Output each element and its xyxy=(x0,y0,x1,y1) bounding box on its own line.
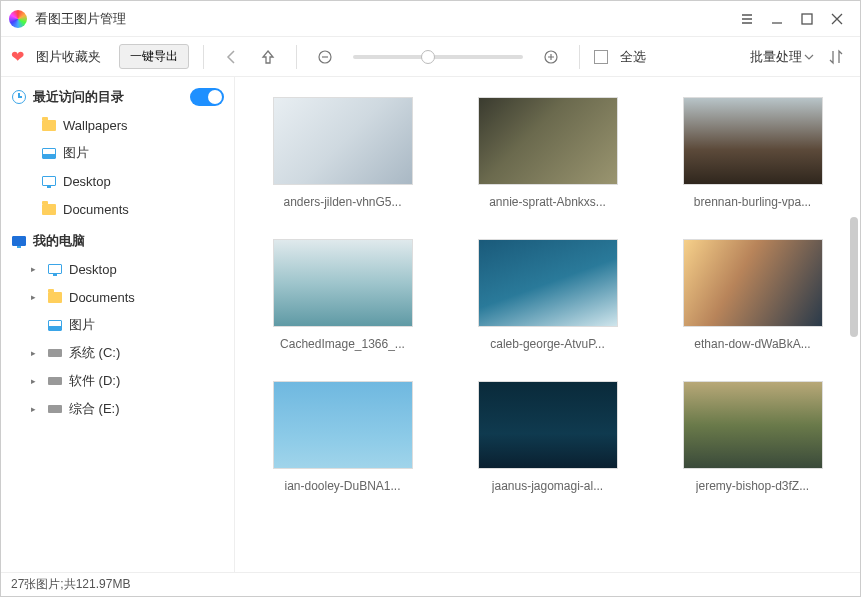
sidebar-item[interactable]: ▸系统 (C:) xyxy=(1,339,234,367)
divider xyxy=(579,45,580,69)
sidebar-item[interactable]: Documents xyxy=(1,195,234,223)
thumbnail-item[interactable]: caleb-george-AtvuP... xyxy=(460,239,635,351)
thumbnail-item[interactable]: ethan-dow-dWaBkA... xyxy=(665,239,840,351)
content-area: anders-jilden-vhnG5...annie-spratt-Abnkx… xyxy=(235,77,860,572)
sidebar: 最近访问的目录 Wallpapers图片DesktopDocuments 我的电… xyxy=(1,77,235,572)
divider xyxy=(203,45,204,69)
monitor-icon xyxy=(47,261,63,277)
batch-process-button[interactable]: 批量处理 xyxy=(750,48,814,66)
thumbnail-image xyxy=(683,381,823,469)
recent-toggle[interactable] xyxy=(190,88,224,106)
monitor-icon xyxy=(11,233,27,249)
sidebar-item-label: 系统 (C:) xyxy=(69,344,120,362)
sidebar-item[interactable]: ▸Desktop xyxy=(1,255,234,283)
thumbnail-image xyxy=(273,239,413,327)
maximize-button[interactable] xyxy=(792,4,822,34)
sidebar-item-label: 图片 xyxy=(69,316,95,334)
sidebar-item-label: Desktop xyxy=(69,262,117,277)
thumbnail-item[interactable]: jaanus-jagomagi-al... xyxy=(460,381,635,493)
mypc-header-label: 我的电脑 xyxy=(33,232,85,250)
sidebar-item-label: Documents xyxy=(63,202,129,217)
picture-icon xyxy=(47,317,63,333)
sidebar-item[interactable]: Wallpapers xyxy=(1,111,234,139)
heart-icon: ❤ xyxy=(11,47,24,66)
thumbnail-label: jaanus-jagomagi-al... xyxy=(492,479,603,493)
thumbnail-image xyxy=(273,97,413,185)
divider xyxy=(296,45,297,69)
thumbnail-image xyxy=(683,239,823,327)
thumbnail-item[interactable]: brennan-burling-vpa... xyxy=(665,97,840,209)
thumbnail-image xyxy=(478,381,618,469)
statusbar: 27张图片;共121.97MB xyxy=(1,572,860,596)
drive-icon xyxy=(47,345,63,361)
thumbnail-label: CachedImage_1366_... xyxy=(280,337,405,351)
thumbnail-item[interactable]: CachedImage_1366_... xyxy=(255,239,430,351)
thumbnail-item[interactable]: anders-jilden-vhnG5... xyxy=(255,97,430,209)
sidebar-item-label: Wallpapers xyxy=(63,118,128,133)
thumbnail-grid: anders-jilden-vhnG5...annie-spratt-Abnkx… xyxy=(255,97,840,493)
expand-icon[interactable]: ▸ xyxy=(31,264,41,274)
monitor-icon xyxy=(41,173,57,189)
sidebar-item[interactable]: ▸综合 (E:) xyxy=(1,395,234,423)
folder-icon xyxy=(41,117,57,133)
thumbnail-item[interactable]: ian-dooley-DuBNA1... xyxy=(255,381,430,493)
thumbnail-item[interactable]: jeremy-bishop-d3fZ... xyxy=(665,381,840,493)
thumbnail-item[interactable]: annie-spratt-Abnkxs... xyxy=(460,97,635,209)
expand-icon[interactable]: ▸ xyxy=(31,376,41,386)
sidebar-item[interactable]: ▸Documents xyxy=(1,283,234,311)
toolbar: ❤ 图片收藏夹 一键导出 全选 批量处理 xyxy=(1,37,860,77)
sidebar-item-label: 图片 xyxy=(63,144,89,162)
export-button[interactable]: 一键导出 xyxy=(119,44,189,69)
sidebar-item-label: 综合 (E:) xyxy=(69,400,120,418)
thumbnail-image xyxy=(273,381,413,469)
zoom-thumb[interactable] xyxy=(421,50,435,64)
svg-rect-0 xyxy=(802,14,812,24)
window-title: 看图王图片管理 xyxy=(35,10,126,28)
thumbnail-label: brennan-burling-vpa... xyxy=(694,195,811,209)
sidebar-item-label: Desktop xyxy=(63,174,111,189)
sidebar-recent-header[interactable]: 最近访问的目录 xyxy=(1,83,234,111)
close-button[interactable] xyxy=(822,4,852,34)
sidebar-item[interactable]: 图片 xyxy=(1,139,234,167)
app-icon xyxy=(9,10,27,28)
thumbnail-label: ethan-dow-dWaBkA... xyxy=(694,337,810,351)
status-text: 27张图片;共121.97MB xyxy=(11,576,130,593)
thumbnail-image xyxy=(478,97,618,185)
expand-icon[interactable]: ▸ xyxy=(31,348,41,358)
zoom-out-button[interactable] xyxy=(311,43,339,71)
sidebar-item[interactable]: 图片 xyxy=(1,311,234,339)
select-all-checkbox[interactable] xyxy=(594,50,608,64)
sidebar-mypc-header[interactable]: 我的电脑 xyxy=(1,227,234,255)
sort-button[interactable] xyxy=(822,43,850,71)
chevron-down-icon xyxy=(804,52,814,62)
app-window: 看图王图片管理 ❤ 图片收藏夹 一键导出 全选 批量处理 xyxy=(0,0,861,597)
batch-label: 批量处理 xyxy=(750,48,802,66)
up-button[interactable] xyxy=(254,43,282,71)
picture-icon xyxy=(41,145,57,161)
scrollbar-thumb[interactable] xyxy=(850,217,858,337)
favorites-label[interactable]: 图片收藏夹 xyxy=(36,48,101,66)
body: 最近访问的目录 Wallpapers图片DesktopDocuments 我的电… xyxy=(1,77,860,572)
thumbnail-label: caleb-george-AtvuP... xyxy=(490,337,605,351)
expand-icon[interactable]: ▸ xyxy=(31,292,41,302)
thumbnail-label: ian-dooley-DuBNA1... xyxy=(284,479,400,493)
clock-icon xyxy=(11,89,27,105)
thumbnail-label: annie-spratt-Abnkxs... xyxy=(489,195,606,209)
zoom-in-button[interactable] xyxy=(537,43,565,71)
menu-button[interactable] xyxy=(732,4,762,34)
zoom-slider[interactable] xyxy=(353,55,523,59)
sidebar-item[interactable]: ▸软件 (D:) xyxy=(1,367,234,395)
thumbnail-label: anders-jilden-vhnG5... xyxy=(283,195,401,209)
thumbnail-label: jeremy-bishop-d3fZ... xyxy=(696,479,809,493)
thumbnail-image xyxy=(478,239,618,327)
sidebar-item-label: Documents xyxy=(69,290,135,305)
expand-icon[interactable]: ▸ xyxy=(31,404,41,414)
titlebar: 看图王图片管理 xyxy=(1,1,860,37)
sidebar-item-label: 软件 (D:) xyxy=(69,372,120,390)
sidebar-item[interactable]: Desktop xyxy=(1,167,234,195)
folder-icon xyxy=(41,201,57,217)
back-button[interactable] xyxy=(218,43,246,71)
minimize-button[interactable] xyxy=(762,4,792,34)
recent-header-label: 最近访问的目录 xyxy=(33,88,124,106)
drive-icon xyxy=(47,373,63,389)
